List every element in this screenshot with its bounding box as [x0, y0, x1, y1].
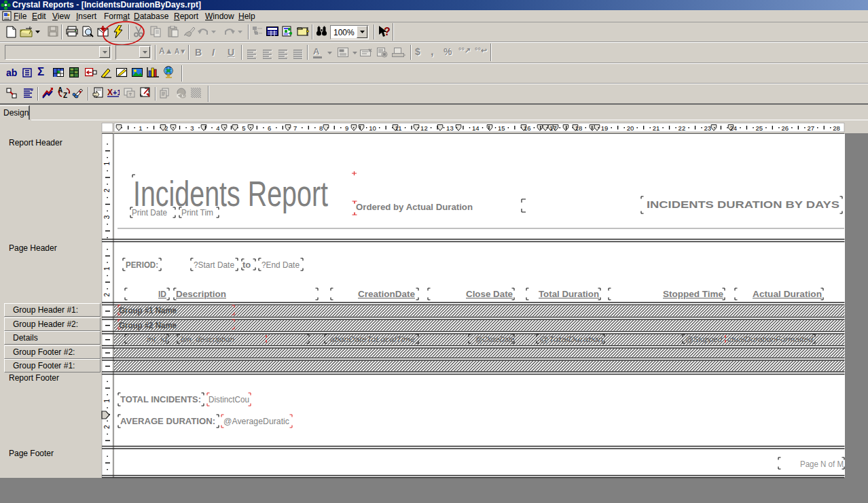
- svg-text:?Start Date: ?Start Date: [194, 260, 234, 270]
- svg-text:ationDateToLocalTime: ationDateToLocalTime: [330, 335, 415, 343]
- svg-text:Total Duration: Total Duration: [539, 290, 599, 299]
- svg-text:ID: ID: [158, 290, 166, 299]
- svg-text:Ordered by Actual Duration: Ordered by Actual Duration: [356, 203, 473, 212]
- svg-text:PERIOD:: PERIOD:: [126, 260, 158, 270]
- svg-text:CreationDate: CreationDate: [358, 290, 415, 299]
- svg-text:@TotalDuration: @TotalDuration: [539, 335, 603, 343]
- svg-text:DistinctCou: DistinctCou: [209, 395, 249, 404]
- svg-text:@CloseDate: @CloseDate: [475, 335, 514, 343]
- svg-text:Group #1 Name: Group #1 Name: [119, 306, 177, 315]
- svg-text:to: to: [242, 260, 251, 270]
- svg-text:Stopped Time: Stopped Time: [663, 290, 723, 299]
- svg-text:Description: Description: [176, 290, 226, 299]
- svg-text:Print Date: Print Date: [132, 207, 167, 218]
- svg-text:@Stopped: @Stopped: [685, 335, 723, 343]
- svg-text:Actual Duration: Actual Duration: [753, 290, 822, 299]
- svg-text:Close Date: Close Date: [466, 290, 513, 299]
- svg-text:Print Tim: Print Tim: [181, 207, 213, 218]
- svg-text:TOTAL INCIDENTS:: TOTAL INCIDENTS:: [120, 394, 201, 404]
- svg-text:?End Date: ?End Date: [261, 260, 300, 270]
- svg-text:AVERAGE DURATION:: AVERAGE DURATION:: [120, 416, 215, 426]
- svg-text:int_id: int_id: [147, 335, 168, 343]
- svg-text:bin_description: bin_description: [181, 335, 234, 343]
- svg-text:Group #2 Name: Group #2 Name: [119, 321, 177, 330]
- svg-text:Page N of M: Page N of M: [800, 459, 844, 469]
- svg-text:INCIDENTS DURATION BY DAYS: INCIDENTS DURATION BY DAYS: [647, 198, 839, 210]
- svg-text:@AverageDuratic: @AverageDuratic: [223, 417, 289, 426]
- svg-text:ctualDurationFormatted: ctualDurationFormatted: [727, 335, 814, 343]
